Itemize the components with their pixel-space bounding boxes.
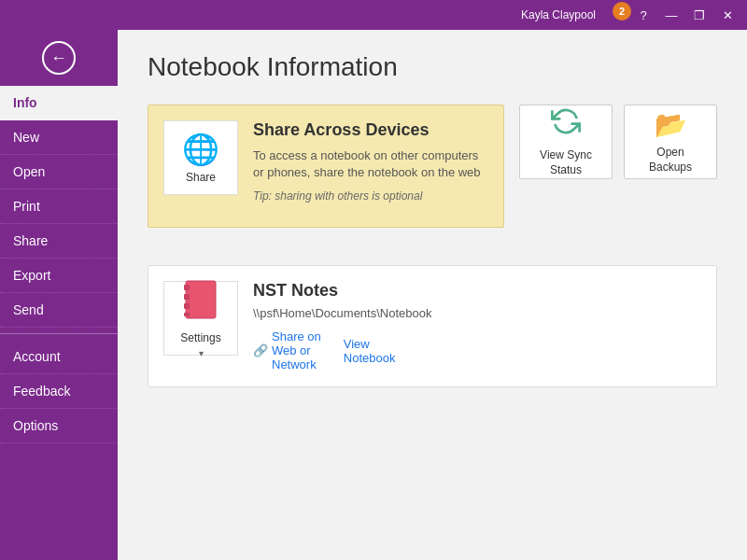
sidebar-nav: Info New Open Print Share Export Send A: [0, 86, 118, 443]
main-layout: ← Info New Open Print Share Export S: [0, 30, 747, 560]
svg-rect-2: [184, 294, 190, 300]
page-title: Notebook Information: [148, 52, 717, 82]
minimize-button[interactable]: —: [659, 3, 684, 27]
view-sync-button[interactable]: View SyncStatus: [519, 105, 613, 179]
titlebar-controls: ? — ❐ ✕: [631, 3, 740, 27]
notebook-name: NST Notes: [253, 281, 431, 301]
content-area: Notebook Information 🌐 Share Share Acros…: [118, 30, 747, 560]
view-sync-label: View SyncStatus: [540, 148, 592, 177]
notebook-path: \\psf\Home\Documents\Notebook: [253, 306, 431, 320]
back-button[interactable]: ←: [0, 30, 118, 86]
notebook-info: NST Notes \\psf\Home\Documents\Notebook …: [253, 281, 431, 371]
backups-icon: 📂: [655, 109, 687, 140]
sidebar-item-print[interactable]: Print: [0, 189, 118, 224]
notebook-icon: [182, 279, 219, 328]
svg-rect-1: [184, 285, 190, 290]
open-backups-button[interactable]: 📂 OpenBackups: [624, 105, 717, 179]
back-icon: ←: [42, 41, 76, 75]
notebook-dropdown-arrow: ▾: [199, 348, 204, 358]
sidebar-item-options[interactable]: Options: [0, 409, 118, 443]
sidebar-item-send[interactable]: Send: [0, 293, 118, 328]
open-backups-label: OpenBackups: [649, 146, 692, 175]
share-card-text: Share Across Devices To access a noteboo…: [253, 120, 488, 212]
sidebar: ← Info New Open Print Share Export S: [0, 30, 118, 560]
titlebar: Kayla Claypool 2 ? — ❐ ✕: [0, 0, 747, 30]
sync-icon: [551, 106, 581, 143]
top-section: 🌐 Share Share Across Devices To access a…: [148, 105, 717, 246]
action-buttons: View SyncStatus 📂 OpenBackups: [519, 105, 717, 179]
notification-badge: 2: [613, 2, 631, 21]
share-icon: 🌐: [182, 132, 219, 167]
share-icon-box[interactable]: 🌐 Share: [163, 120, 238, 195]
svg-rect-0: [186, 281, 216, 318]
share-icon-label: Share: [186, 171, 216, 184]
share-card: 🌐 Share Share Across Devices To access a…: [148, 105, 504, 228]
share-card-title: Share Across Devices: [253, 120, 488, 140]
username: Kayla Claypool: [521, 8, 596, 21]
sidebar-item-feedback[interactable]: Feedback: [0, 374, 118, 409]
notebook-settings-label: Settings: [180, 331, 220, 344]
share-web-icon: 🔗: [253, 343, 268, 357]
share-card-tip: Tip: sharing with others is optional: [253, 189, 488, 204]
sidebar-item-open[interactable]: Open: [0, 155, 118, 189]
view-notebook-link[interactable]: View Notebook: [344, 329, 396, 371]
sidebar-item-account[interactable]: Account: [0, 340, 118, 374]
sidebar-item-export[interactable]: Export: [0, 259, 118, 293]
sidebar-item-new[interactable]: New: [0, 120, 118, 155]
share-web-link[interactable]: 🔗 Share on Web or Network: [253, 329, 321, 371]
notebook-icon-box[interactable]: Settings ▾: [163, 281, 238, 356]
notebook-card: Settings ▾ NST Notes \\psf\Home\Document…: [148, 265, 717, 387]
user-notification: Kayla Claypool 2: [521, 6, 631, 24]
help-button[interactable]: ?: [631, 3, 655, 27]
svg-rect-3: [184, 303, 190, 309]
svg-rect-4: [184, 313, 190, 316]
close-button[interactable]: ✕: [715, 3, 740, 27]
share-card-description: To access a notebook on other computers …: [253, 147, 488, 181]
sidebar-divider: [0, 333, 118, 334]
maximize-button[interactable]: ❐: [687, 3, 712, 27]
sidebar-item-share[interactable]: Share: [0, 224, 118, 259]
sidebar-item-info[interactable]: Info: [0, 86, 118, 120]
notebook-links: 🔗 Share on Web or Network View Notebook: [253, 329, 431, 371]
